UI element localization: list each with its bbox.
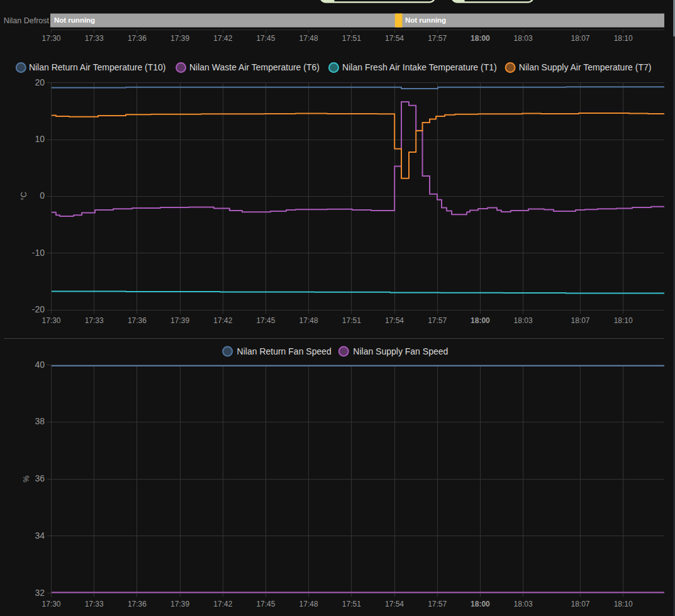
svg-text:20: 20 <box>35 77 45 87</box>
svg-text:17:48: 17:48 <box>299 316 318 325</box>
svg-text:17:30: 17:30 <box>42 600 60 608</box>
svg-text:17:39: 17:39 <box>170 600 189 608</box>
svg-text:18:07: 18:07 <box>571 600 589 608</box>
svg-text:18:03: 18:03 <box>514 600 533 608</box>
svg-text:Nilan Return Fan Speed: Nilan Return Fan Speed <box>237 346 332 356</box>
svg-text:18:07: 18:07 <box>571 34 589 43</box>
svg-text:17:57: 17:57 <box>428 34 447 43</box>
svg-text:17:42: 17:42 <box>213 316 232 325</box>
svg-text:0: 0 <box>40 190 45 201</box>
svg-text:17:36: 17:36 <box>128 316 147 325</box>
svg-text:Nilan Supply Fan Speed: Nilan Supply Fan Speed <box>353 346 448 356</box>
svg-text:18:10: 18:10 <box>614 316 633 325</box>
svg-text:Not running: Not running <box>405 16 446 24</box>
svg-text:17:42: 17:42 <box>213 600 232 608</box>
svg-text:%: % <box>22 475 31 482</box>
svg-text:17:54: 17:54 <box>385 600 404 608</box>
svg-text:°C: °C <box>20 192 28 201</box>
svg-text:17:33: 17:33 <box>85 600 104 608</box>
svg-text:18:10: 18:10 <box>614 34 633 43</box>
svg-text:Nilan Supply Air Temperature (: Nilan Supply Air Temperature (T7) <box>519 62 652 72</box>
svg-text:17:33: 17:33 <box>85 34 104 43</box>
svg-text:-10: -10 <box>32 248 45 258</box>
svg-text:38: 38 <box>35 416 45 426</box>
svg-text:17:36: 17:36 <box>128 600 147 608</box>
svg-text:17:39: 17:39 <box>170 316 189 325</box>
svg-text:10: 10 <box>35 134 45 144</box>
svg-text:-20: -20 <box>32 304 45 314</box>
svg-text:17:45: 17:45 <box>256 34 275 43</box>
svg-text:17:33: 17:33 <box>85 316 104 325</box>
svg-text:17:45: 17:45 <box>256 600 275 608</box>
svg-text:18:00: 18:00 <box>471 600 490 608</box>
svg-text:17:48: 17:48 <box>299 600 318 608</box>
svg-text:18:10: 18:10 <box>614 600 633 608</box>
svg-text:17:39: 17:39 <box>170 34 189 43</box>
svg-text:Nilan Return Air Temperature (: Nilan Return Air Temperature (T10) <box>29 62 166 72</box>
svg-text:17:30: 17:30 <box>42 316 60 325</box>
svg-text:17:54: 17:54 <box>385 316 404 325</box>
svg-text:18:00: 18:00 <box>471 34 490 43</box>
svg-text:18:07: 18:07 <box>571 316 589 325</box>
svg-text:Nilan Waste Air Temperature (T: Nilan Waste Air Temperature (T6) <box>189 62 320 72</box>
svg-text:17:54: 17:54 <box>385 34 404 43</box>
svg-text:18:03: 18:03 <box>514 34 533 43</box>
svg-text:17:48: 17:48 <box>299 34 318 43</box>
svg-text:Nilan Fresh Air Intake Tempera: Nilan Fresh Air Intake Temperature (T1) <box>342 62 497 72</box>
svg-text:36: 36 <box>35 473 45 483</box>
svg-text:17:30: 17:30 <box>42 34 60 43</box>
svg-text:32: 32 <box>35 588 45 598</box>
svg-text:17:57: 17:57 <box>428 316 447 325</box>
svg-text:17:51: 17:51 <box>342 600 361 608</box>
svg-text:17:45: 17:45 <box>256 316 275 325</box>
svg-text:Nilan Defrost: Nilan Defrost <box>4 16 50 25</box>
svg-text:17:51: 17:51 <box>342 34 361 43</box>
svg-text:40: 40 <box>35 360 45 370</box>
svg-text:34: 34 <box>35 531 45 541</box>
svg-text:17:57: 17:57 <box>428 600 447 608</box>
svg-text:18:03: 18:03 <box>514 316 533 325</box>
svg-text:17:51: 17:51 <box>342 316 361 325</box>
svg-text:17:42: 17:42 <box>213 34 232 43</box>
svg-text:18:00: 18:00 <box>471 316 490 325</box>
svg-text:Not running: Not running <box>54 16 95 24</box>
svg-text:17:36: 17:36 <box>128 34 147 43</box>
